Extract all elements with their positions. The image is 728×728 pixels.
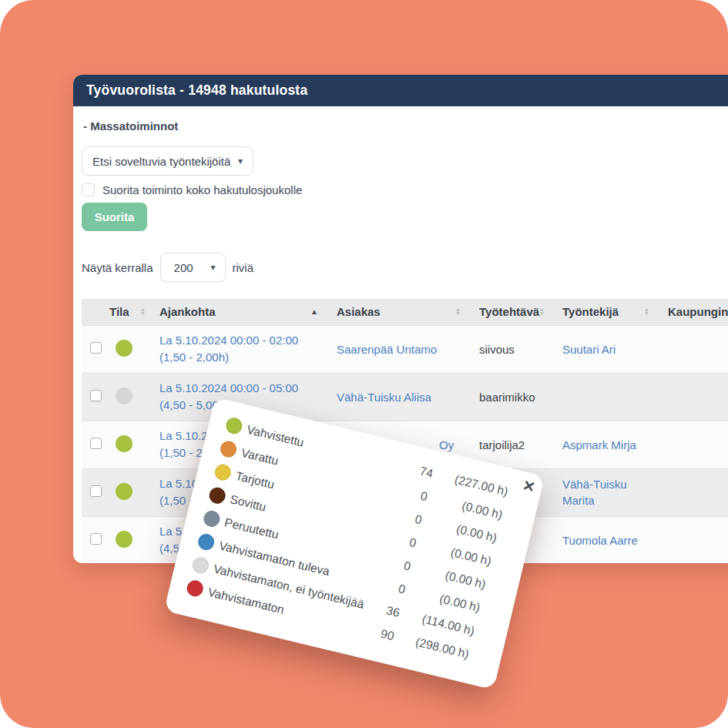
status-dot [186, 579, 205, 598]
status-dot [116, 483, 133, 500]
employee-link[interactable]: Suutari Ari [562, 343, 616, 356]
customer-link[interactable]: Vähä-Tuisku Aliisa [337, 391, 431, 404]
apply-all-label: Suorita toiminto koko hakutulosjoukolle [102, 183, 302, 196]
column-header-asiakas[interactable]: Asiakas ▲▼ [327, 299, 470, 325]
column-header-tyontekija[interactable]: Työntekijä ▲▼ [553, 299, 659, 325]
status-dot [202, 509, 221, 528]
customer-link[interactable]: Oy [439, 438, 454, 451]
mass-actions-toggle[interactable]: - Massatoiminnot [83, 119, 728, 133]
shift-time-link[interactable]: La 5.10.2024 00:00 - 02:00(1,50 - 2,00h) [159, 334, 298, 364]
status-dot [116, 435, 133, 452]
status-dot [191, 555, 210, 575]
row-checkbox[interactable] [90, 390, 102, 401]
column-header-tila[interactable]: Tila ▲▼ [105, 299, 155, 325]
status-dot [116, 387, 133, 404]
task-label: tarjoilija2 [479, 438, 525, 451]
apply-all-row: Suorita toiminto koko hakutulosjoukolle [82, 183, 728, 197]
status-dot [196, 532, 216, 552]
app-background: Työvuorolista - 14948 hakutulosta - Mass… [0, 0, 728, 728]
action-select[interactable]: Etsi soveltuvia työntekijöitä ▾ [82, 146, 253, 176]
sort-icon: ▲▼ [644, 308, 649, 315]
employee-link[interactable]: Vähä-Tuisku Marita [562, 478, 627, 507]
column-header-tyotehtava[interactable]: Työtehtävä ▲▼ [470, 299, 553, 325]
sort-icon: ▲▼ [455, 308, 461, 315]
customer-link[interactable]: Saarenpää Untamo [337, 343, 437, 356]
task-label: baarimikko [479, 391, 535, 404]
page-size-value: 200 [174, 261, 193, 274]
employee-link[interactable]: Aspmark Mirja [562, 438, 636, 451]
panel-header: Työvuorolista - 14948 hakutulosta [73, 75, 728, 106]
page-title: Työvuorolista - 14948 hakutulosta [86, 82, 307, 99]
apply-all-checkbox[interactable] [82, 183, 95, 196]
sort-icon: ▲▼ [140, 308, 146, 315]
page-size-select[interactable]: 200 ▾ [160, 253, 226, 282]
table-row: La 5.10.2024 00:00 - 02:00(1,50 - 2,00h)… [82, 325, 728, 373]
status-dot [224, 416, 243, 435]
sort-asc-icon: ▲ [310, 308, 318, 316]
task-label: siivous [479, 343, 515, 356]
table-header-row: Tila ▲▼ Ajankohta ▲ Asiakas ▲▼ T [82, 299, 728, 325]
page-size-row: Näytä kerralla 200 ▾ riviä [82, 253, 728, 282]
employee-link[interactable]: Tuomola Aarre [562, 534, 638, 547]
row-checkbox[interactable] [90, 533, 102, 545]
close-icon[interactable]: ✕ [522, 478, 537, 495]
action-select-value: Etsi soveltuvia työntekijöitä [92, 155, 230, 168]
status-dot [207, 486, 226, 505]
row-checkbox[interactable] [90, 485, 102, 497]
header-select-column [82, 299, 105, 325]
column-header-kaupunginosa[interactable]: Kaupungino [659, 299, 728, 325]
row-checkbox[interactable] [90, 342, 102, 354]
table-row: La 5.10.2024 00:00 - 05:00(4,50 - 5,00h)… [82, 373, 728, 421]
chevron-down-icon: ▾ [238, 156, 243, 166]
sort-icon: ▲▼ [539, 308, 545, 315]
status-dot [116, 340, 133, 357]
status-dot [213, 462, 233, 481]
suorita-button[interactable]: Suorita [82, 203, 147, 231]
chevron-down-icon: ▾ [211, 263, 216, 272]
column-header-ajankohta[interactable]: Ajankohta ▲ [155, 299, 327, 325]
row-checkbox[interactable] [90, 438, 102, 449]
page-size-prefix: Näytä kerralla [82, 261, 153, 274]
status-dot [219, 439, 238, 458]
page-size-suffix: riviä [233, 261, 254, 274]
status-dot [116, 531, 133, 548]
